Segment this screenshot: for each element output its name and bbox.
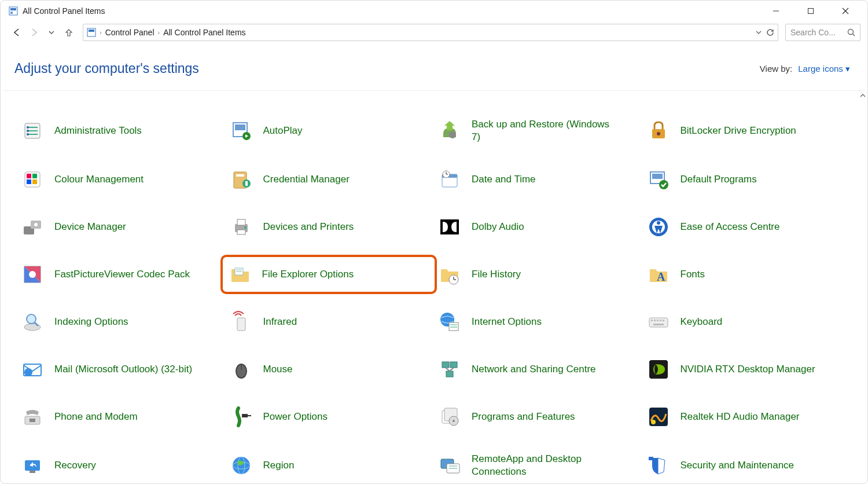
- svg-rect-74: [663, 320, 664, 321]
- control-panel-item[interactable]: Mail (Microsoft Outlook) (32-bit): [16, 354, 225, 385]
- item-label: Date and Time: [472, 173, 536, 186]
- svg-point-51: [657, 221, 660, 225]
- svg-rect-19: [235, 124, 245, 130]
- mail-icon: [21, 358, 44, 381]
- control-panel-item[interactable]: FastPictureViewer Codec Pack: [16, 259, 225, 290]
- svg-rect-2: [10, 12, 13, 14]
- control-panel-item[interactable]: Default Programs: [642, 164, 851, 195]
- svg-rect-98: [30, 471, 35, 473]
- realtek-icon: [647, 405, 670, 428]
- control-panel-item[interactable]: Infrared: [225, 306, 433, 338]
- control-panel-item[interactable]: Programs and Features: [433, 401, 642, 432]
- item-label: Fonts: [681, 268, 705, 281]
- control-panel-item[interactable]: Indexing Options: [16, 306, 225, 338]
- page-title: Adjust your computer's settings: [14, 61, 199, 76]
- mouse-icon: [230, 358, 253, 381]
- control-panel-item[interactable]: Colour Management: [16, 164, 225, 195]
- admin-tools-icon: [21, 119, 44, 142]
- forward-button[interactable]: [27, 25, 41, 39]
- breadcrumb-label: All Control Panel Items: [163, 28, 245, 37]
- svg-rect-8: [89, 30, 94, 32]
- control-panel-item[interactable]: Recovery: [16, 449, 225, 482]
- control-panel-item[interactable]: Back up and Restore (Windows 7): [433, 114, 642, 148]
- control-panel-item[interactable]: Administrative Tools: [16, 114, 225, 148]
- control-panel-item[interactable]: AutoPlay: [225, 114, 433, 148]
- item-label: File Explorer Options: [262, 268, 354, 281]
- backup-icon: [438, 119, 461, 142]
- control-panel-item[interactable]: File Explorer Options: [220, 255, 437, 294]
- phone-icon: [21, 405, 44, 428]
- svg-rect-89: [242, 414, 248, 417]
- svg-rect-30: [236, 174, 244, 177]
- control-panel-item[interactable]: Network and Sharing Centre: [433, 354, 642, 385]
- refresh-button[interactable]: [766, 28, 774, 36]
- control-panel-item[interactable]: Keyboard: [642, 306, 851, 338]
- svg-point-99: [233, 457, 250, 474]
- control-panel-item[interactable]: File History: [433, 259, 642, 290]
- svg-rect-69: [649, 318, 668, 327]
- item-label: Security and Maintenance: [681, 459, 795, 472]
- control-panel-item[interactable]: Device Manager: [16, 211, 225, 243]
- chevron-down-icon[interactable]: [756, 30, 762, 35]
- chevron-down-icon: ▾: [845, 64, 850, 74]
- control-panel-item[interactable]: Mouse: [225, 354, 433, 385]
- control-panel-item[interactable]: Security and Maintenance: [642, 449, 851, 482]
- chevron-right-icon: ›: [100, 29, 102, 36]
- nvidia-icon: [647, 358, 670, 381]
- control-panel-item[interactable]: Date and Time: [433, 164, 642, 195]
- scroll-up-arrow-icon[interactable]: [859, 92, 866, 99]
- control-panel-item[interactable]: Power Options: [225, 401, 433, 432]
- svg-rect-39: [652, 174, 663, 179]
- svg-rect-81: [442, 362, 449, 368]
- svg-rect-28: [32, 179, 37, 184]
- breadcrumb-control-panel[interactable]: Control Panel: [105, 28, 155, 37]
- address-bar[interactable]: › Control Panel › All Control Panel Item…: [83, 24, 778, 41]
- close-button[interactable]: [828, 2, 863, 20]
- item-label: Programs and Features: [472, 410, 575, 423]
- item-label: Realtek HD Audio Manager: [681, 410, 800, 423]
- minimize-button[interactable]: [759, 2, 793, 20]
- item-label: AutoPlay: [263, 124, 303, 137]
- viewby-label: View by:: [760, 64, 792, 74]
- svg-rect-73: [660, 320, 661, 321]
- breadcrumb-all-items[interactable]: All Control Panel Items: [163, 28, 245, 37]
- item-label: Administrative Tools: [54, 124, 142, 137]
- item-label: Infrared: [263, 316, 297, 328]
- file-history-icon: [438, 263, 461, 286]
- svg-rect-1: [10, 8, 16, 10]
- control-panel-window: All Control Panel Items: [0, 0, 868, 484]
- titlebar: All Control Panel Items: [1, 1, 867, 21]
- items-grid: Administrative Tools AutoPlay Back up an…: [1, 91, 867, 483]
- control-panel-item[interactable]: Dolby Audio: [433, 211, 642, 243]
- control-panel-item[interactable]: RemoteApp and Desktop Connections: [433, 449, 642, 482]
- control-panel-item[interactable]: A Fonts: [642, 259, 851, 290]
- svg-point-9: [848, 30, 854, 35]
- svg-rect-83: [446, 371, 453, 377]
- viewby-dropdown[interactable]: Large icons ▾: [798, 64, 850, 74]
- back-button[interactable]: [10, 25, 24, 39]
- recovery-icon: [21, 454, 44, 477]
- control-panel-item[interactable]: Region: [225, 449, 433, 482]
- up-button[interactable]: [62, 25, 76, 39]
- item-label: Back up and Restore (Windows 7): [472, 118, 610, 144]
- control-panel-item[interactable]: Phone and Modem: [16, 401, 225, 432]
- control-panel-item[interactable]: Ease of Access Centre: [642, 211, 851, 243]
- indexing-icon: [21, 310, 44, 333]
- item-label: Default Programs: [681, 173, 757, 186]
- maximize-button[interactable]: [793, 2, 828, 20]
- control-panel-item[interactable]: BitLocker Drive Encryption: [642, 114, 851, 148]
- svg-rect-75: [653, 324, 664, 325]
- control-panel-item[interactable]: NVIDIA RTX Desktop Manager: [642, 354, 851, 385]
- control-panel-item[interactable]: Internet Options: [433, 306, 642, 338]
- svg-line-10: [853, 34, 855, 36]
- control-panel-item[interactable]: Devices and Printers: [225, 211, 433, 243]
- recent-locations-button[interactable]: [45, 25, 58, 39]
- bitlocker-icon: [647, 119, 670, 142]
- search-input[interactable]: Search Co...: [785, 24, 860, 41]
- programs-icon: [438, 405, 461, 428]
- item-label: Devices and Printers: [263, 221, 354, 233]
- svg-rect-45: [237, 219, 245, 225]
- svg-rect-64: [237, 318, 245, 331]
- control-panel-item[interactable]: Realtek HD Audio Manager: [642, 401, 851, 432]
- control-panel-item[interactable]: Credential Manager: [225, 164, 433, 195]
